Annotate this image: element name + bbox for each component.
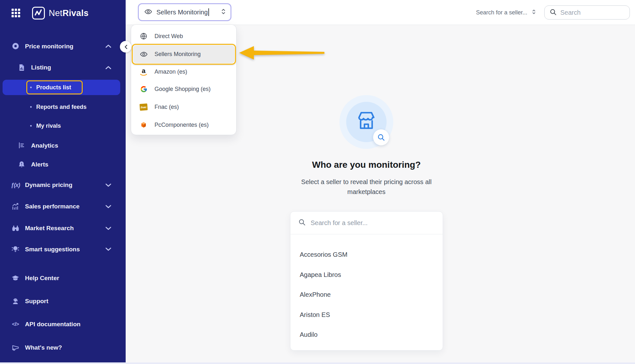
menu-item-label: Fnac (es) <box>155 104 179 110</box>
menu-item-fnac[interactable]: fnac Fnac (es) <box>131 98 237 116</box>
menu-item-label: Direct Web <box>155 33 183 40</box>
app-grid-icon[interactable] <box>12 9 20 17</box>
channel-menu: Direct Web Sellers Monitoring a Amazon (… <box>131 24 237 135</box>
top-header: Sellers Monitoring Search for a seller..… <box>126 0 635 25</box>
seller-list-item[interactable]: Agapea Libros <box>290 265 443 285</box>
seller-list-item[interactable]: Ariston ES <box>290 305 443 325</box>
store-illustration <box>339 95 393 149</box>
seller-search-box[interactable] <box>290 212 443 234</box>
sidebar-item-label: Price monitoring <box>25 43 73 50</box>
globe-icon <box>139 32 148 40</box>
sidebar-collapse-button[interactable] <box>120 41 131 53</box>
brand-row: NetRivals <box>0 0 126 26</box>
chevron-up-icon[interactable] <box>105 66 112 69</box>
seller-name: Audilo <box>300 331 318 338</box>
menu-item-label: Amazon (es) <box>155 69 187 75</box>
sidebar-item-label: Reports and feeds <box>36 104 87 110</box>
sidebar-item-my-rivals[interactable]: My rivals <box>30 123 61 129</box>
sidebar-item-market-research[interactable]: Market Research <box>11 224 74 232</box>
sidebar-item-label: Help Center <box>25 275 59 282</box>
global-search-box[interactable] <box>544 5 630 20</box>
eye-icon <box>144 8 152 17</box>
pccomponentes-icon <box>139 121 148 128</box>
search-icon <box>298 218 306 227</box>
bar-chart-icon <box>17 142 26 149</box>
fnac-icon: fnac <box>139 104 148 110</box>
seller-search-input[interactable] <box>311 219 435 227</box>
seller-selector-label: Search for a seller... <box>476 9 527 16</box>
sidebar-item-label: Smart suggestions <box>25 246 80 253</box>
sidebar-item-price-monitoring[interactable]: Price monitoring <box>11 42 73 50</box>
search-badge <box>373 129 389 145</box>
seller-name: Accesorios GSM <box>300 251 347 258</box>
netrivals-logo-icon <box>32 7 45 20</box>
app-screen: NetRivals Price monitoring Listing P <box>0 0 635 364</box>
lightbulb-icon <box>11 245 20 253</box>
seller-name: Agapea Libros <box>300 271 341 279</box>
bullet-icon <box>30 106 32 108</box>
sidebar-item-support[interactable]: Support <box>11 297 48 305</box>
sidebar-item-analytics[interactable]: Analytics <box>17 142 58 149</box>
menu-item-direct-web[interactable]: Direct Web <box>131 28 237 45</box>
eye-icon <box>139 50 148 58</box>
chevron-down-icon[interactable] <box>105 205 112 208</box>
sidebar-item-alerts[interactable]: Alerts <box>17 161 48 168</box>
sidebar-item-listing[interactable]: Listing <box>17 64 51 71</box>
updown-chevron-icon <box>221 7 226 17</box>
sidebar-item-whats-new[interactable]: What's new? <box>11 344 62 352</box>
sidebar-item-reports-and-feeds[interactable]: Reports and feeds <box>30 104 87 110</box>
storefront-icon <box>355 109 378 132</box>
megaphone-icon <box>11 344 20 352</box>
sidebar-item-smart-suggestions[interactable]: Smart suggestions <box>11 245 80 253</box>
sidebar-item-label: API documentation <box>25 321 80 328</box>
text-caret <box>208 8 209 16</box>
channel-selector-button[interactable]: Sellers Monitoring <box>138 3 231 21</box>
page-subtitle: Select a seller to reveal their pricing … <box>291 177 442 197</box>
sidebar-item-label: Market Research <box>25 225 74 232</box>
sidebar-item-products-list[interactable]: Products list <box>30 84 71 91</box>
sidebar-item-dynamic-pricing[interactable]: ƒ(x) Dynamic pricing <box>11 182 72 189</box>
seller-selector[interactable]: Search for a seller... <box>476 0 536 25</box>
annotation-arrow <box>238 45 326 61</box>
trend-chart-icon <box>11 203 20 210</box>
sidebar-item-label: Analytics <box>31 142 58 149</box>
amazon-icon: a <box>139 68 148 76</box>
chevron-down-icon[interactable] <box>105 247 112 251</box>
page-title: Who are you monitoring? <box>289 160 443 170</box>
menu-item-amazon[interactable]: a Amazon (es) <box>131 63 237 80</box>
seller-list-item[interactable]: AudioVue <box>290 344 443 351</box>
global-search-input[interactable] <box>560 9 626 16</box>
seller-list-item[interactable]: AlexPhone <box>290 285 443 304</box>
binoculars-icon <box>11 224 20 232</box>
sidebar-item-label: Dynamic pricing <box>25 182 72 189</box>
menu-item-pccomponentes[interactable]: PcComponentes (es) <box>131 116 237 133</box>
chevron-up-icon[interactable] <box>105 44 112 48</box>
menu-item-label: Google Shopping (es) <box>155 86 211 93</box>
sidebar-item-label: What's new? <box>25 344 62 351</box>
sidebar-item-api-documentation[interactable]: </> API documentation <box>11 321 80 328</box>
menu-item-sellers-monitoring[interactable]: Sellers Monitoring <box>131 45 237 63</box>
chevron-down-icon[interactable] <box>105 183 112 187</box>
code-icon: </> <box>11 321 20 328</box>
sidebar-item-label: Alerts <box>31 161 48 168</box>
channel-selector-value: Sellers Monitoring <box>156 9 208 16</box>
window-bottom-edge <box>0 362 635 364</box>
seller-list-item[interactable]: Accesorios GSM <box>290 245 443 264</box>
sidebar-item-sales-performance[interactable]: Sales performance <box>11 203 79 210</box>
menu-item-label: Sellers Monitoring <box>155 51 201 58</box>
menu-item-label: PcComponentes (es) <box>155 122 209 128</box>
menu-item-google-shopping[interactable]: Google Shopping (es) <box>131 80 237 98</box>
sidebar-item-label: Listing <box>31 64 51 71</box>
brand-name: NetRivals <box>49 8 88 18</box>
support-agent-icon <box>11 297 20 305</box>
seller-name: AlexPhone <box>300 291 331 298</box>
google-icon <box>139 85 148 93</box>
seller-list-item[interactable]: Audilo <box>290 325 443 344</box>
function-icon: ƒ(x) <box>11 182 20 189</box>
sidebar-item-label: My rivals <box>36 123 61 129</box>
chevron-down-icon[interactable] <box>105 226 112 230</box>
seller-name: Ariston ES <box>300 311 330 319</box>
updown-chevron-icon <box>532 8 536 17</box>
search-icon <box>549 8 557 17</box>
sidebar-item-help-center[interactable]: Help Center <box>11 274 59 282</box>
